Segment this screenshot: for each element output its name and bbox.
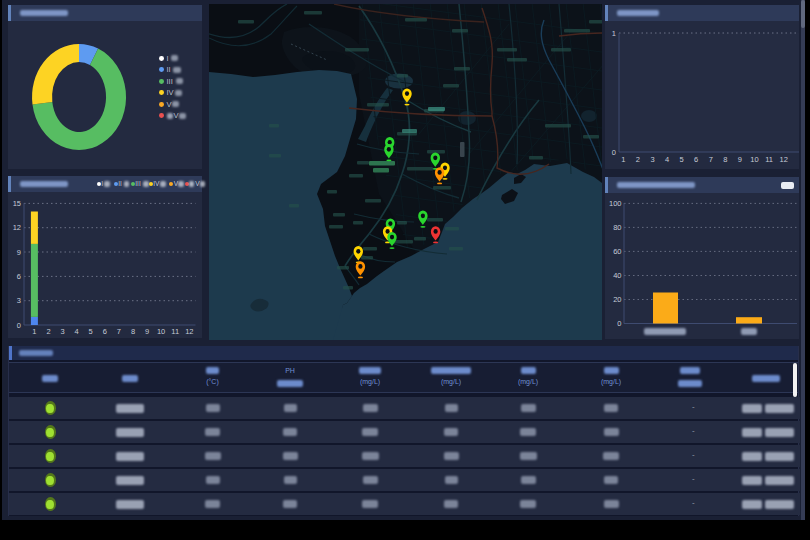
svg-text:10: 10	[157, 327, 165, 336]
svg-text:100: 100	[609, 199, 622, 208]
svg-text:20: 20	[613, 295, 621, 304]
svg-text:2: 2	[46, 327, 50, 336]
svg-text:5: 5	[89, 327, 93, 336]
svg-text:3: 3	[61, 327, 65, 336]
svg-text:40: 40	[613, 271, 621, 280]
svg-text:3: 3	[17, 296, 21, 305]
svg-text:1: 1	[621, 155, 625, 164]
svg-text:15: 15	[13, 199, 21, 208]
svg-text:6: 6	[103, 327, 107, 336]
svg-text:0: 0	[617, 319, 621, 328]
svg-text:8: 8	[131, 327, 135, 336]
svg-text:5: 5	[680, 155, 684, 164]
svg-text:11: 11	[765, 155, 773, 164]
svg-text:2: 2	[636, 155, 640, 164]
svg-text:11: 11	[171, 327, 179, 336]
svg-text:12: 12	[780, 155, 788, 164]
svg-text:7: 7	[709, 155, 713, 164]
svg-text:1: 1	[32, 327, 36, 336]
svg-text:3: 3	[650, 155, 654, 164]
svg-text:9: 9	[738, 155, 742, 164]
svg-text:4: 4	[75, 327, 79, 336]
svg-text:10: 10	[750, 155, 758, 164]
svg-text:9: 9	[145, 327, 149, 336]
svg-text:8: 8	[723, 155, 727, 164]
svg-text:0: 0	[17, 321, 21, 330]
svg-text:9: 9	[17, 248, 21, 257]
svg-text:1: 1	[612, 29, 616, 38]
svg-text:80: 80	[613, 223, 621, 232]
svg-text:6: 6	[694, 155, 698, 164]
svg-text:4: 4	[665, 155, 669, 164]
svg-text:6: 6	[17, 272, 21, 281]
svg-text:12: 12	[185, 327, 193, 336]
svg-text:0: 0	[612, 148, 616, 157]
svg-text:12: 12	[13, 223, 21, 232]
svg-text:60: 60	[613, 247, 621, 256]
svg-text:7: 7	[117, 327, 121, 336]
